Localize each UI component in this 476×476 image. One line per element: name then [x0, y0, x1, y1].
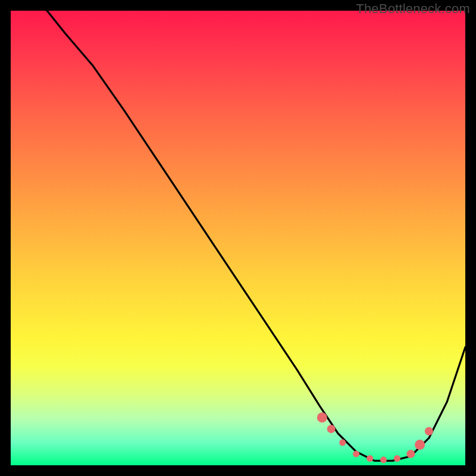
highlight-dot: [425, 427, 433, 436]
highlight-dot: [380, 456, 387, 463]
highlight-dot: [339, 439, 346, 446]
highlight-dots: [317, 412, 433, 463]
highlight-dot: [406, 450, 415, 458]
highlight-dot: [317, 412, 327, 422]
chart-svg: [11, 11, 465, 465]
highlight-dot: [327, 425, 336, 433]
highlight-dot: [394, 455, 400, 462]
highlight-dot: [353, 450, 359, 457]
highlight-dot: [415, 440, 425, 450]
chart-frame: [11, 11, 465, 465]
watermark-text: TheBottleneck.com: [356, 1, 470, 17]
highlight-dot: [367, 455, 373, 462]
bottleneck-curve: [33, 2, 465, 461]
